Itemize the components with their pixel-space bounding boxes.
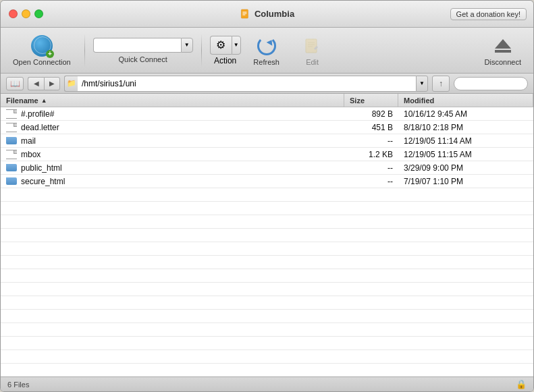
action-dropdown-arrow[interactable]: ▼	[232, 36, 241, 55]
search-input[interactable]	[454, 77, 528, 90]
path-input[interactable]	[78, 76, 416, 92]
refresh-icon	[256, 35, 277, 57]
lock-icon: 🔒	[516, 379, 527, 389]
disconnect-button[interactable]: Disconnect	[479, 32, 527, 69]
empty-row	[1, 323, 533, 337]
empty-row	[1, 296, 533, 310]
file-modified: 7/19/07 1:10 PM	[398, 177, 533, 186]
size-column-header[interactable]: Size	[344, 94, 398, 107]
quick-connect-label: Quick Connect	[119, 55, 167, 63]
refresh-label: Refresh	[253, 58, 279, 66]
empty-row	[1, 283, 533, 296]
back-forward-buttons: ◀ ▶	[28, 77, 60, 90]
file-name: mail	[21, 136, 36, 146]
folder-icon	[6, 163, 17, 173]
navbar: 📖 ◀ ▶ 📁 ▼ ↑ 🔍	[1, 74, 533, 94]
forward-button[interactable]: ▶	[44, 77, 60, 90]
table-row[interactable]: mail--12/19/05 11:14 AM	[1, 134, 533, 148]
close-button[interactable]	[9, 9, 18, 18]
file-modified: 12/19/05 11:14 AM	[398, 136, 533, 146]
search-wrap: 🔍	[454, 77, 528, 90]
statusbar: 6 Files 🔒	[1, 376, 533, 391]
open-connection-label: Open Connection	[13, 58, 71, 66]
path-bar: 📁 ▼	[64, 76, 428, 92]
empty-row	[1, 242, 533, 256]
action-button[interactable]: ⚙ ▼ Action	[210, 36, 241, 65]
sort-arrow: ▲	[41, 97, 47, 104]
table-row[interactable]: dead.letter451 B8/18/10 2:18 PM	[1, 121, 533, 134]
table-row[interactable]: public_html--3/29/09 9:00 PM	[1, 161, 533, 175]
separator-1	[84, 34, 85, 67]
quick-connect-area: ▼ Quick Connect	[93, 38, 193, 63]
empty-row	[1, 269, 533, 283]
file-icon	[6, 150, 17, 159]
empty-row	[1, 310, 533, 323]
empty-row	[1, 364, 533, 376]
empty-row	[1, 188, 533, 202]
empty-row	[1, 337, 533, 350]
folder-icon	[6, 177, 17, 186]
file-modified: 10/16/12 9:45 AM	[398, 109, 533, 119]
edit-button[interactable]: Edit	[292, 32, 333, 69]
empty-row	[1, 229, 533, 242]
edit-label: Edit	[306, 58, 319, 66]
open-connection-button[interactable]: Open Connection	[7, 32, 76, 69]
disconnect-icon	[492, 35, 514, 57]
table-row[interactable]: #.profile#892 B10/16/12 9:45 AM	[1, 107, 533, 121]
up-button[interactable]: ↑	[432, 76, 450, 92]
path-folder-icon: 📁	[64, 76, 78, 92]
file-size: --	[344, 136, 398, 146]
open-connection-icon	[31, 35, 53, 57]
quick-connect-input[interactable]	[93, 38, 181, 53]
file-list-header: Filename ▲ Size Modified	[1, 94, 533, 107]
bookmarks-button[interactable]: 📖	[6, 77, 24, 90]
edit-icon	[302, 35, 323, 57]
minimize-button[interactable]	[22, 9, 30, 18]
file-size: 1.2 KB	[344, 150, 398, 159]
path-dropdown[interactable]: ▼	[416, 76, 428, 92]
back-button[interactable]: ◀	[28, 77, 44, 90]
empty-row	[1, 256, 533, 269]
maximize-button[interactable]	[34, 9, 43, 18]
file-modified: 8/18/10 2:18 PM	[398, 123, 533, 132]
empty-row	[1, 215, 533, 229]
file-icon	[6, 109, 17, 119]
file-size: --	[344, 163, 398, 173]
traffic-lights	[9, 9, 43, 18]
quick-connect-input-wrap: ▼	[93, 38, 193, 53]
file-size: --	[344, 177, 398, 186]
empty-row	[1, 202, 533, 215]
file-size: 892 B	[344, 109, 398, 119]
file-name: mbox	[21, 150, 41, 159]
separator-2	[201, 34, 202, 67]
table-row[interactable]: secure_html--7/19/07 1:10 PM	[1, 175, 533, 188]
refresh-button[interactable]: Refresh	[246, 32, 287, 69]
file-modified: 12/19/05 11:15 AM	[398, 150, 533, 159]
file-count: 6 Files	[7, 381, 29, 389]
toolbar: Open Connection ▼ Quick Connect ⚙ ▼ Acti…	[1, 28, 533, 74]
action-label: Action	[214, 56, 236, 65]
file-list-container: Filename ▲ Size Modified #.profile#892 B…	[1, 94, 533, 376]
modified-column-header[interactable]: Modified	[398, 94, 533, 107]
gear-icon[interactable]: ⚙	[210, 36, 232, 55]
quick-connect-dropdown[interactable]: ▼	[181, 38, 193, 53]
window-title: Columbia	[240, 9, 294, 20]
donate-button[interactable]: Get a donation key!	[450, 8, 527, 20]
svg-rect-4	[306, 39, 317, 53]
file-name: public_html	[21, 163, 62, 173]
document-icon	[240, 9, 250, 20]
disconnect-label: Disconnect	[485, 58, 521, 66]
empty-row	[1, 350, 533, 364]
titlebar: Columbia Get a donation key!	[1, 1, 533, 28]
file-name: dead.letter	[21, 123, 59, 132]
file-rows: #.profile#892 B10/16/12 9:45 AMdead.lett…	[1, 107, 533, 376]
file-name: #.profile#	[21, 109, 54, 119]
main-window: Columbia Get a donation key! Open Connec…	[0, 0, 534, 392]
filename-column-header[interactable]: Filename ▲	[1, 94, 344, 107]
folder-icon	[6, 136, 17, 146]
file-size: 451 B	[344, 123, 398, 132]
table-row[interactable]: mbox1.2 KB12/19/05 11:15 AM	[1, 148, 533, 161]
file-name: secure_html	[21, 177, 65, 186]
file-icon	[6, 123, 17, 132]
file-modified: 3/29/09 9:00 PM	[398, 163, 533, 173]
